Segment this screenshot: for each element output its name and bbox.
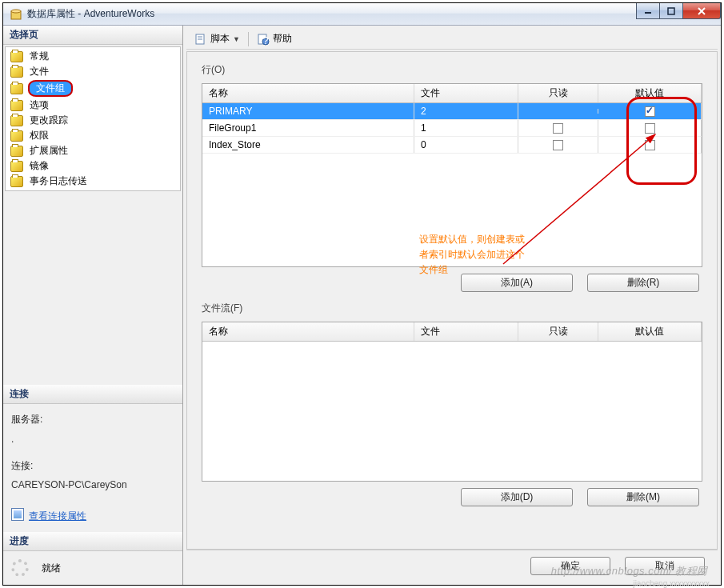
col-files[interactable]: 文件 [414, 84, 518, 102]
col-default[interactable]: 默认值 [598, 84, 702, 102]
connection-label: 连接: [11, 457, 174, 475]
progress-status: 就绪 [42, 562, 61, 575]
nav-item-permissions[interactable]: 权限 [6, 128, 180, 143]
help-button[interactable]: ? 帮助 [254, 30, 295, 47]
server-value: . [11, 430, 174, 449]
col-name[interactable]: 名称 [202, 322, 414, 341]
connection-value: CAREYSON-PC\CareySon [11, 476, 174, 494]
connection-block: 服务器: . 连接: CAREYSON-PC\CareySon 查看连接属性 [3, 404, 182, 532]
window-controls [637, 3, 721, 19]
col-files[interactable]: 文件 [414, 322, 518, 341]
cell-default[interactable] [598, 120, 702, 136]
checkbox-icon[interactable] [553, 123, 563, 134]
filestream-button-row: 添加(D) 删除(M) [202, 488, 699, 506]
filestream-grid[interactable]: 名称 文件 只读 默认值 [202, 322, 702, 482]
col-name[interactable]: 名称 [202, 84, 414, 102]
server-label: 服务器: [11, 410, 174, 429]
grid-header: 名称 文件 只读 默认值 [202, 322, 702, 342]
nav-item-extended-props[interactable]: 扩展属性 [6, 143, 180, 158]
grid-header: 名称 文件 只读 默认值 [202, 84, 702, 103]
page-icon [10, 161, 23, 172]
app-icon [10, 8, 22, 21]
page-nav-list: 常规 文件 文件组 选项 更改跟踪 权限 扩展属性 镜像 事务日志传送 [5, 46, 181, 191]
progress-block: 就绪 [3, 551, 182, 585]
rows-group-label: 行(O) [202, 63, 702, 77]
grid-row[interactable]: PRIMARY 2 [202, 103, 702, 120]
remove-row-button[interactable]: 删除(R) [587, 274, 699, 292]
maximize-button[interactable] [659, 3, 683, 19]
script-button[interactable]: 脚本 ▼ [191, 30, 243, 47]
annotation-text: 设置默认值，则创建表或者索引时默认会加进这个文件组 [419, 232, 531, 278]
col-readonly[interactable]: 只读 [518, 84, 598, 102]
page-icon [10, 146, 23, 157]
cell-files: 0 [414, 137, 518, 153]
checkbox-icon[interactable] [645, 123, 655, 134]
page-icon [10, 115, 23, 126]
nav-item-options[interactable]: 选项 [6, 98, 180, 113]
cell-name: Index_Store [202, 137, 414, 153]
connection-header: 连接 [3, 385, 182, 404]
ok-button[interactable]: 确定 [530, 557, 610, 575]
cell-name: FileGroup1 [202, 120, 414, 136]
spinner-icon [11, 559, 29, 577]
cell-default[interactable] [598, 137, 702, 153]
window-title: 数据库属性 - AdventureWorks [27, 7, 154, 21]
filestream-group-label: 文件流(F) [202, 302, 702, 315]
nav-item-change-tracking[interactable]: 更改跟踪 [6, 113, 180, 128]
add-filestream-button[interactable]: 添加(D) [461, 488, 573, 506]
cell-files: 1 [414, 120, 518, 136]
grid-row[interactable]: FileGroup1 1 [202, 120, 702, 137]
close-button[interactable] [682, 3, 721, 19]
cell-readonly[interactable] [518, 137, 598, 153]
help-icon: ? [257, 33, 270, 46]
page-icon [10, 100, 23, 111]
chevron-down-icon: ▼ [233, 35, 240, 43]
cancel-button[interactable]: 取消 [625, 557, 705, 575]
minimize-button[interactable] [636, 3, 660, 19]
page-icon [10, 83, 23, 94]
remove-filestream-button[interactable]: 删除(M) [587, 488, 699, 506]
col-readonly[interactable]: 只读 [518, 322, 598, 341]
window-frame: 数据库属性 - AdventureWorks 选择页 常规 文件 文件组 选项 … [2, 2, 722, 586]
cell-readonly [518, 109, 598, 114]
grid-row[interactable]: Index_Store 0 [202, 137, 702, 154]
svg-text:?: ? [263, 35, 269, 46]
nav-item-files[interactable]: 文件 [6, 64, 180, 79]
page-icon [10, 51, 23, 62]
col-default[interactable]: 默认值 [598, 322, 702, 341]
cell-name: PRIMARY [202, 103, 414, 119]
nav-item-mirroring[interactable]: 镜像 [6, 158, 180, 174]
checkbox-icon[interactable] [553, 140, 563, 150]
toolbar: 脚本 ▼ ? 帮助 [186, 29, 718, 50]
nav-item-log-shipping[interactable]: 事务日志传送 [6, 174, 180, 189]
right-panel: 脚本 ▼ ? 帮助 行(O) 名称 文件 只读 默认值 PRIMA [183, 26, 721, 585]
cell-readonly[interactable] [518, 120, 598, 136]
page-icon [10, 66, 23, 78]
svg-rect-3 [668, 8, 674, 14]
script-icon [194, 33, 207, 46]
progress-header: 进度 [3, 532, 182, 551]
svg-point-1 [11, 10, 21, 13]
nav-item-filegroups[interactable]: 文件组 [6, 79, 180, 98]
cell-files: 2 [414, 103, 518, 119]
view-connection-props-link[interactable]: 查看连接属性 [29, 507, 86, 526]
page-icon [10, 130, 23, 142]
cell-default[interactable] [598, 103, 702, 119]
nav-item-general[interactable]: 常规 [6, 49, 180, 64]
properties-icon [11, 508, 24, 521]
toolbar-separator [248, 32, 249, 46]
page-icon [10, 176, 23, 187]
select-page-header: 选择页 [3, 26, 182, 45]
checkbox-icon[interactable] [645, 106, 655, 117]
dialog-footer: 确定 取消 [186, 550, 718, 582]
content-area: 行(O) 名称 文件 只读 默认值 PRIMARY 2 Fi [186, 51, 718, 550]
titlebar: 数据库属性 - AdventureWorks [3, 3, 721, 26]
left-panel: 选择页 常规 文件 文件组 选项 更改跟踪 权限 扩展属性 镜像 事务日志传送 … [3, 26, 183, 585]
checkbox-icon[interactable] [645, 140, 655, 150]
